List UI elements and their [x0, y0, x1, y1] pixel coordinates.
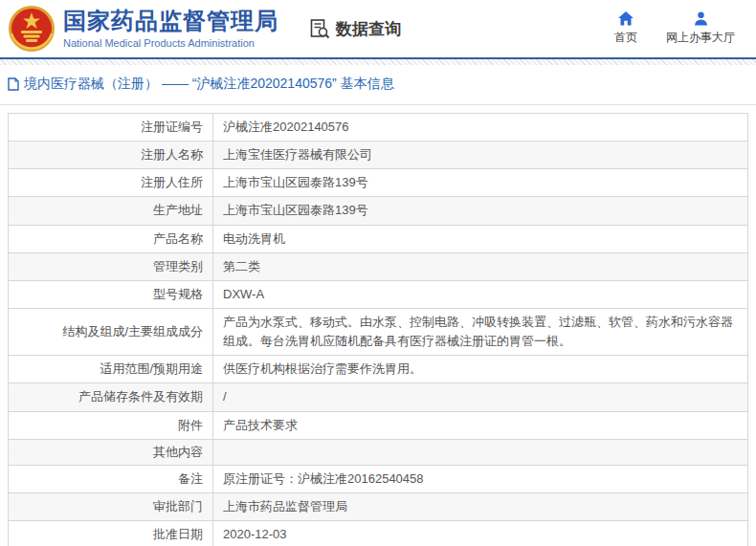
nav-service-hall-label: 网上办事大厅 — [666, 30, 735, 46]
table-row: 其他内容 — [9, 439, 748, 465]
row-label: 附件 — [9, 411, 213, 439]
table-row: 审批部门上海市药品监督管理局 — [9, 492, 748, 520]
user-icon — [694, 11, 708, 26]
row-label-text: 适用范围/预期用途 — [100, 361, 203, 376]
table-row: 注册人住所上海市宝山区园泰路139号 — [9, 169, 748, 197]
row-label-text: 型号规格 — [153, 287, 203, 301]
logo-text: 国家药品监督管理局 National Medical Products Admi… — [63, 9, 278, 48]
row-label-text: 批准日期 — [153, 527, 203, 541]
table-row: 注册人名称上海宝佳医疗器械有限公司 — [9, 142, 748, 169]
row-value: / — [213, 383, 748, 411]
table-row: 产品储存条件及有效期/ — [9, 383, 748, 411]
table-row: 批准日期2020-12-03 — [9, 520, 748, 546]
breadcrumb: 境内医疗器械（注册） —— “沪械注准20202140576” 基本信息 — [0, 65, 756, 105]
row-label: 管理类别 — [9, 252, 213, 280]
table-row: 管理类别第二类 — [9, 252, 748, 280]
row-label: 结构及组成/主要组成成分 — [9, 308, 213, 355]
row-label: 其他内容 — [9, 439, 213, 465]
row-label: 注册人名称 — [9, 142, 213, 169]
data-query-label: 数据查询 — [336, 18, 401, 40]
row-label-text: 结构及组成/主要组成成分 — [62, 324, 203, 339]
row-label: 注册人住所 — [9, 169, 213, 197]
row-label-text: 产品储存条件及有效期 — [78, 389, 203, 404]
row-value: 上海市宝山区园泰路139号 — [213, 169, 748, 197]
row-label: 型号规格 — [9, 280, 213, 308]
row-value: 上海宝佳医疗器械有限公司 — [213, 142, 748, 169]
row-label-text: 注册人住所 — [141, 175, 203, 189]
row-label: 适用范围/预期用途 — [9, 356, 213, 383]
row-label: 审批部门 — [9, 492, 213, 520]
row-value: 沪械注准20202140576 — [213, 114, 748, 142]
table-row: 备注原注册证号：沪械注准20162540458 — [9, 465, 748, 492]
nav-home[interactable]: 首页 — [614, 11, 637, 46]
home-icon — [618, 11, 634, 26]
row-value — [213, 439, 748, 465]
row-label-text: 备注 — [178, 471, 203, 486]
row-label-text: 附件 — [178, 418, 203, 432]
row-label: 备注 — [9, 465, 213, 492]
breadcrumb-text: 境内医疗器械（注册） —— “沪械注准20202140576” 基本信息 — [24, 76, 394, 93]
row-label-text: 其他内容 — [153, 445, 203, 459]
row-label-text: 注册证编号 — [141, 120, 203, 134]
row-value: 上海市药品监督管理局 — [213, 492, 748, 520]
data-query-tab[interactable]: 数据查询 — [309, 18, 401, 40]
row-label: 注册证编号 — [9, 114, 213, 142]
table-row: 型号规格DXW-A — [9, 280, 748, 308]
row-value: 原注册证号：沪械注准20162540458 — [213, 465, 748, 492]
row-value: 产品技术要求 — [213, 411, 748, 439]
row-value: 供医疗机构根据治疗需要作洗胃用。 — [213, 356, 748, 383]
table-row: 结构及组成/主要组成成分产品为水泵式、移动式。由水泵、控制电路、冲吸转换装置、过… — [9, 308, 748, 355]
national-emblem-icon — [8, 5, 56, 53]
row-label: 生产地址 — [9, 197, 213, 225]
nav-service-hall[interactable]: 网上办事大厅 — [666, 11, 735, 46]
row-label-text: 产品名称 — [153, 231, 203, 246]
row-value: 第二类 — [213, 252, 748, 280]
site-logo[interactable]: 国家药品监督管理局 National Medical Products Admi… — [8, 5, 278, 53]
row-value: 2020-12-03 — [213, 520, 748, 546]
row-label-text: 注册人名称 — [141, 147, 203, 162]
row-value: 电动洗胃机 — [213, 225, 748, 252]
row-label-text: 管理类别 — [153, 259, 203, 273]
row-value: 上海市宝山区园泰路139号 — [213, 197, 748, 225]
row-label: 产品名称 — [9, 225, 213, 252]
row-label: 批准日期 — [9, 520, 213, 546]
doc-search-icon — [309, 18, 330, 39]
site-title: 国家药品监督管理局 — [63, 9, 278, 33]
info-table-wrap: 注册证编号沪械注准20202140576注册人名称上海宝佳医疗器械有限公司注册人… — [0, 105, 756, 546]
table-row: 注册证编号沪械注准20202140576 — [9, 114, 748, 142]
table-row: 附件产品技术要求 — [9, 411, 748, 439]
info-table: 注册证编号沪械注准20202140576注册人名称上海宝佳医疗器械有限公司注册人… — [8, 113, 748, 546]
nav-home-label: 首页 — [614, 30, 637, 46]
table-row: 生产地址上海市宝山区园泰路139号 — [9, 197, 748, 225]
page-icon — [8, 77, 19, 91]
row-label-text: 审批部门 — [153, 499, 203, 513]
row-value: DXW-A — [213, 280, 748, 308]
site-subtitle: National Medical Products Administration — [63, 37, 278, 49]
row-label-text: 生产地址 — [153, 203, 203, 217]
top-nav: 首页 网上办事大厅 — [614, 11, 735, 46]
site-header: 国家药品监督管理局 National Medical Products Admi… — [0, 0, 756, 59]
table-row: 产品名称电动洗胃机 — [9, 225, 748, 252]
row-label: 产品储存条件及有效期 — [9, 383, 213, 411]
row-value: 产品为水泵式、移动式。由水泵、控制电路、冲吸转换装置、过滤瓶、软管、药水和污水容… — [213, 308, 748, 355]
table-row: 适用范围/预期用途供医疗机构根据治疗需要作洗胃用。 — [9, 356, 748, 383]
